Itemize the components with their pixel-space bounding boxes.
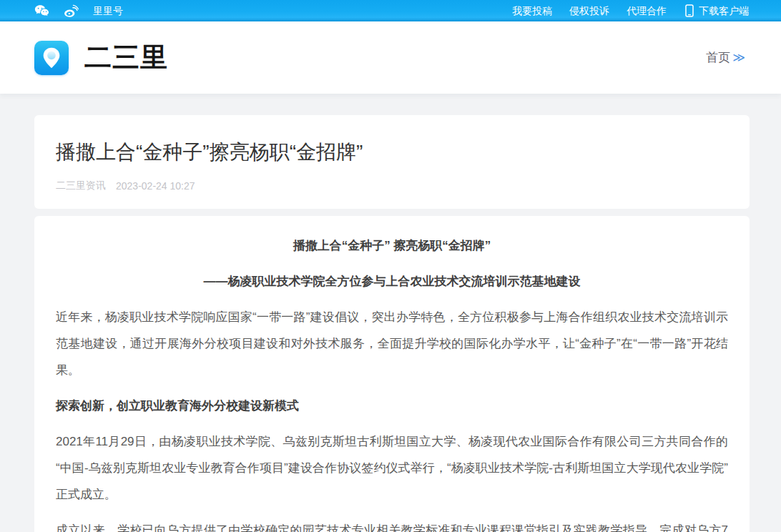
download-label: 下载客户端 [699,0,749,21]
article-title: 播撒上合“金种子”擦亮杨职“金招牌” [56,140,728,164]
article-source: 二三里资讯 [56,179,106,192]
site-name: 二三里 [84,39,168,76]
channel-label: 里里号 [93,0,123,21]
chevron-right-icon: ≫ [732,50,745,65]
article-paragraph: 2021年11月29日，由杨凌职业技术学院、乌兹别克斯坦古利斯坦国立大学、杨凌现… [56,428,728,508]
main-content: 播撒上合“金种子”擦亮杨职“金招牌” 二三里资讯 2023-02-24 10:2… [0,94,781,532]
location-pin-icon [34,41,69,75]
article-paragraph: 近年来，杨凌职业技术学院响应国家“一带一路”建设倡议，突出办学特色，全方位积极参… [56,304,728,383]
site-header: 二三里 首页 ≫ [0,21,781,94]
download-client-button[interactable]: 下载客户端 [685,0,749,21]
article-section-heading: 探索创新，创立职业教育海外分校建设新模式 [56,393,728,419]
article-body-card: 播撒上合“金种子” 擦亮杨职“金招牌” ——杨凌职业技术学院全方位参与上合农业技… [34,216,750,532]
home-label: 首页 [706,49,730,66]
topbar-link-submit[interactable]: 我要投稿 [512,0,552,21]
article-heading: 播撒上合“金种子” 擦亮杨职“金招牌” [56,232,728,259]
weibo-icon[interactable] [63,4,79,18]
wechat-icon[interactable] [34,4,49,17]
site-logo[interactable]: 二三里 [34,39,168,76]
topbar-link-complaint[interactable]: 侵权投诉 [569,0,609,21]
topbar-channel-link[interactable]: 里里号 [92,0,123,21]
topbar: 里里号 我要投稿 侵权投诉 代理合作 下载客户端 [0,0,781,21]
article-subheading: ——杨凌职业技术学院全方位参与上合农业技术交流培训示范基地建设 [56,268,728,295]
article-title-card: 播撒上合“金种子”擦亮杨职“金招牌” 二三里资讯 2023-02-24 10:2… [34,115,750,209]
article-timestamp: 2023-02-24 10:27 [116,180,195,192]
home-link[interactable]: 首页 ≫ [706,49,745,66]
phone-icon [685,4,694,17]
article-meta: 二三里资讯 2023-02-24 10:27 [56,179,728,192]
article-paragraph: 成立以来，学校已向乌方提供了由学校确定的园艺技术专业相关教学标准和专业课程课堂指… [56,517,728,532]
topbar-link-agency[interactable]: 代理合作 [627,0,667,21]
